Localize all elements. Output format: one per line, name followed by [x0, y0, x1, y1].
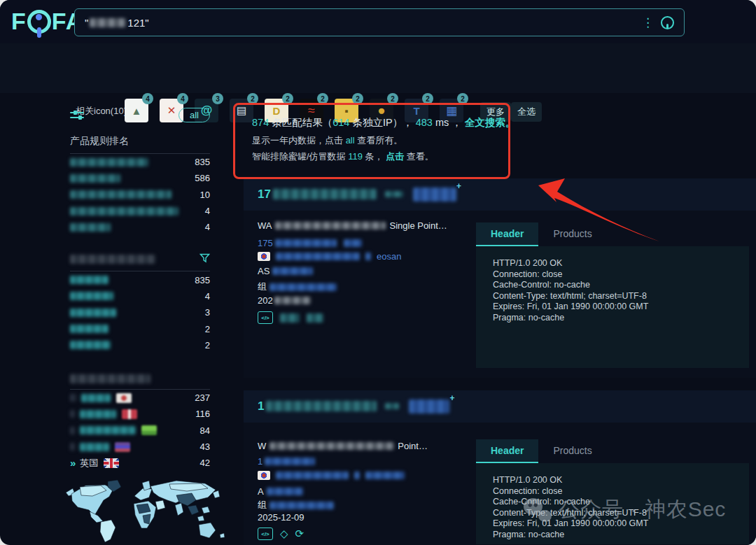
redacted-filter-name: [70, 276, 108, 284]
country-row[interactable]: 43: [70, 439, 210, 455]
redacted-separator: [365, 253, 371, 260]
tab-products[interactable]: Products: [538, 439, 606, 463]
fofa-logo[interactable]: F FA: [11, 8, 83, 35]
filter-row[interactable]: 835: [70, 271, 210, 288]
redacted-country-name: [80, 426, 136, 434]
row-count: 237: [195, 392, 210, 403]
plus-icon: +: [449, 393, 454, 403]
result-name-line: W Point…: [258, 441, 428, 451]
related-icon-document[interactable]: ▤ 2: [230, 99, 253, 122]
redacted-filter-name: [70, 309, 116, 317]
funnel-filter-icon[interactable]: [200, 253, 210, 265]
redacted-product-name: [70, 190, 172, 199]
result-link-line[interactable]: 1: [258, 456, 315, 467]
search-input[interactable]: " 121" ⋮: [74, 8, 685, 36]
country-flag-icon: [116, 393, 132, 403]
country-row[interactable]: 84: [70, 423, 210, 439]
detail-panel: Header Products HTTP/1.0 200 OK Connecti…: [476, 222, 749, 368]
filter-row[interactable]: 2: [70, 320, 210, 337]
redacted-section-title: [70, 374, 150, 383]
result-geo-line[interactable]: [258, 471, 405, 480]
filter-row[interactable]: 3: [70, 304, 210, 320]
row-count: 10: [200, 190, 210, 200]
result-tag-badge[interactable]: +: [413, 187, 456, 202]
http-line: Pragma: no-cache: [493, 313, 732, 324]
search-options-kebab-icon[interactable]: ⋮: [635, 17, 661, 29]
product-rank-row[interactable]: 4: [70, 203, 210, 219]
row-count: 2: [205, 340, 210, 351]
country-flag-icon: [122, 409, 137, 419]
result-link-line[interactable]: 175: [258, 238, 362, 248]
http-header-body: HTTP/1.0 200 OK Connection: close Cache-…: [476, 246, 749, 368]
redacted-product-name: [70, 158, 148, 167]
select-all-button[interactable]: 全选: [511, 102, 542, 122]
summary-line-3: 智能排除蜜罐/仿冒数据 119 条， 点击 查看。: [252, 150, 515, 163]
top-header-bar: F FA " 121" ⋮: [0, 0, 756, 43]
south-korea-flag-icon: [258, 252, 270, 261]
result-title-link[interactable]: 17 +: [258, 187, 456, 202]
filter-row[interactable]: 4: [70, 288, 210, 304]
refresh-icon[interactable]: ⟳: [295, 528, 304, 540]
result-title-bar: 1 +: [244, 390, 756, 423]
result-geo-line[interactable]: eosan: [258, 251, 401, 262]
redacted-asn: [272, 267, 313, 275]
product-rank-row[interactable]: 10: [70, 187, 210, 203]
result-tag-badge[interactable]: +: [409, 399, 449, 414]
icon-count-badge: 2: [352, 93, 363, 104]
code-icon[interactable]: </>: [258, 528, 273, 540]
icon-count-badge: 2: [247, 93, 258, 104]
honeypot-count: 119: [348, 151, 363, 162]
shopping-bag-icon: ▪: [344, 105, 348, 117]
redacted-tag: [307, 313, 323, 323]
city-link[interactable]: eosan: [377, 251, 401, 262]
result-asn-line[interactable]: AS: [258, 266, 313, 276]
redacted-region: [276, 253, 360, 260]
tab-products[interactable]: Products: [538, 222, 606, 246]
match-count: 874: [252, 117, 269, 128]
result-date-line: 2025-12-09: [258, 512, 304, 523]
search-submit-icon[interactable]: [661, 16, 674, 29]
row-count: 116: [195, 409, 210, 419]
product-rank-row[interactable]: 586: [70, 170, 210, 186]
redacted-filter-name: [70, 341, 111, 349]
redacted-country-name: [81, 394, 111, 402]
cube-icon[interactable]: ◇: [280, 528, 288, 540]
country-row[interactable]: 237: [70, 390, 210, 406]
d-logo-icon: D: [273, 105, 281, 117]
result-asn-line[interactable]: A: [258, 486, 303, 497]
redacted-rank: [70, 443, 76, 451]
result-org-line[interactable]: 组: [258, 281, 337, 293]
result-title-link[interactable]: 1 +: [258, 399, 449, 414]
icon-count-badge: 4: [142, 93, 153, 104]
click-link[interactable]: 点击: [386, 151, 404, 162]
world-map[interactable]: [64, 479, 232, 545]
search-text-prefix: ": [85, 17, 88, 29]
expand-chevrons-icon[interactable]: »: [70, 457, 76, 469]
http-line: Content-Type: text/html; charset=UTF-8: [493, 291, 732, 302]
filter-sliders-icon[interactable]: [70, 110, 84, 120]
all-filter-pill[interactable]: all: [178, 108, 210, 122]
all-link[interactable]: all: [346, 135, 355, 146]
redacted-link: [275, 239, 337, 247]
row-count: 42: [200, 458, 210, 468]
result-title-bar: 17 +: [244, 178, 756, 211]
search-text-redacted: [90, 18, 126, 27]
tab-header[interactable]: Header: [476, 439, 538, 463]
country-row-uk[interactable]: » 英国 42: [70, 455, 210, 471]
redacted-product-name: [70, 174, 120, 183]
redacted-rank: [70, 427, 76, 434]
country-row[interactable]: 116: [70, 406, 210, 422]
product-rank-row[interactable]: 4: [70, 219, 210, 235]
panel-tabs: Header Products: [476, 222, 749, 246]
fulltext-search-link[interactable]: 全文搜索。: [465, 117, 516, 128]
filter-row[interactable]: 2: [70, 337, 210, 353]
product-rank-row[interactable]: 835: [70, 154, 210, 170]
tab-header[interactable]: Header: [476, 222, 538, 246]
redacted-product-name: [70, 223, 111, 232]
redacted-product-name: [70, 207, 178, 215]
row-count: 835: [195, 275, 210, 285]
result-org-line[interactable]: 组: [258, 499, 334, 511]
result-name-line: WA Single Point…: [258, 220, 447, 231]
redacted-link: [344, 239, 362, 247]
code-icon[interactable]: </>: [258, 311, 273, 324]
